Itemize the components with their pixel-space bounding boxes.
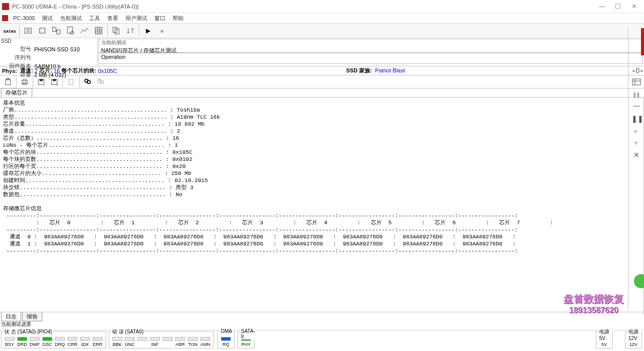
maximize-button[interactable]: ☐ <box>610 2 626 12</box>
led-idx: IDX <box>79 337 91 347</box>
power12v-group: 电源 12V 12V <box>625 331 642 348</box>
tools-icon[interactable]: ✕ <box>631 151 641 161</box>
dma-group: DMA RQ <box>217 331 234 348</box>
play-button[interactable]: ▶ <box>141 24 154 37</box>
led-ton: TON <box>187 337 199 347</box>
status-group: 状 态 (SATA0)-[PIO4] BSYDRDDWFDSCDRQCRRIDX… <box>1 331 106 348</box>
sata0-button[interactable]: SATA0 <box>2 24 17 37</box>
svg-rect-27 <box>69 79 73 84</box>
svg-rect-32 <box>632 79 640 85</box>
menu-view[interactable]: 查看 <box>104 14 121 23</box>
menu-help[interactable]: 帮助 <box>170 14 187 23</box>
led-unc: UNC <box>124 337 136 347</box>
info-row: SSD 型号PHISON SSD S10 序列号 固件版本SABM10.b 容量… <box>0 38 644 66</box>
menubar: PC-3000 测试 当前测试 工具 查看 用户测试 窗口 帮助 <box>0 13 644 23</box>
svg-rect-2 <box>40 28 45 33</box>
float-badge[interactable] <box>634 274 644 288</box>
status-bar: 状 态 (SATA0)-[PIO4] BSYDRDDWFDSCDRQCRRIDX… <box>0 330 644 351</box>
led-bsy: BSY <box>4 337 16 347</box>
titlebar: PC-3000 UDMA-E - China - [PS SSD Utility… <box>0 0 644 13</box>
model-value: PHISON SSD S10 <box>34 45 79 53</box>
serial-value <box>34 54 79 61</box>
ssd-label: SSD <box>1 38 12 44</box>
register-icon[interactable] <box>631 78 641 89</box>
firmware-value: SABM10.b <box>34 62 79 70</box>
svg-rect-9 <box>67 27 72 34</box>
led-amn: AMN <box>199 337 211 347</box>
led-bbk: BBK <box>111 337 123 347</box>
test-info-panel: 当前的测试NAND闪存芯片 / 存储芯片测试 Operation <box>98 38 644 66</box>
phys-row: Phys: 通道: 2 芯片: 16 每个芯片的块: 0x105C SSD 家族… <box>0 66 644 75</box>
current-test-value: NAND闪存芯片 / 存储芯片测试 <box>101 47 177 53</box>
menu-current-test[interactable]: 当前测试 <box>57 14 85 23</box>
toolbar: SATA0 ▶ ■ <box>0 23 644 38</box>
tab-log[interactable]: 日志 <box>1 312 21 321</box>
led-drd: DRD <box>16 337 28 347</box>
right-arrow-icon[interactable]: ▸ <box>631 127 641 137</box>
svg-point-1 <box>27 30 30 32</box>
search-icon[interactable] <box>82 76 94 87</box>
operation-label: Operation <box>101 54 125 60</box>
drive-icon[interactable] <box>22 24 35 37</box>
power5v-group: 电源 5V 5V <box>596 331 613 348</box>
error-group: 错 误 (SATA0) BBKUNCINFABRTONAMN <box>109 331 214 348</box>
svg-rect-20 <box>22 80 27 83</box>
capacity-value: 2 MB (4 032) <box>34 71 79 78</box>
doc-flow-icon[interactable] <box>50 24 63 37</box>
svg-point-10 <box>70 31 74 35</box>
drive-info-panel: SSD 型号PHISON SSD S10 序列号 固件版本SABM10.b 容量… <box>0 38 98 66</box>
window-title: PC-3000 UDMA-E - China - [PS SSD Utility… <box>12 4 138 10</box>
led- <box>162 337 174 347</box>
svg-rect-8 <box>57 30 60 34</box>
down-arrow-icon[interactable]: ▾ <box>631 139 641 149</box>
doc-gear-icon[interactable] <box>64 24 77 37</box>
led-dsc: DSC <box>41 337 53 347</box>
menu-user-test[interactable]: 用户测试 <box>122 14 150 23</box>
led-crr: CRR <box>66 337 78 347</box>
led-abr: ABR <box>174 337 186 347</box>
svg-rect-7 <box>53 27 56 31</box>
chart-icon[interactable] <box>78 24 91 37</box>
led-err: ERR <box>92 337 104 347</box>
led-dwf: DWF <box>29 337 41 347</box>
sort-icon[interactable] <box>124 24 137 37</box>
toolbar2 <box>0 75 644 89</box>
led-inf: INF <box>149 337 161 347</box>
ssd-family-value: Patriot Blast <box>375 67 405 73</box>
app-icon <box>2 3 9 10</box>
close-button[interactable]: ✕ <box>626 2 642 12</box>
minimize-button[interactable]: — <box>594 2 610 12</box>
zero-indicator: ∘0∘ <box>631 66 641 76</box>
wave-icon[interactable]: 〰 <box>631 103 641 113</box>
grid-icon[interactable] <box>92 24 105 37</box>
tab-row: 存储芯片 <box>0 89 644 98</box>
led- <box>136 337 148 347</box>
app-icon-small <box>2 15 8 21</box>
watermark: 盘首数据恢复 18913587620 <box>564 292 624 315</box>
search-disabled-icon <box>95 76 107 87</box>
tab-chip[interactable]: 存储芯片 <box>1 88 32 97</box>
right-sidebar: ∘0∘ ⫿⫿ 〰 ❚❚ ▸ ▾ ✕ <box>628 28 644 310</box>
chip-icon[interactable] <box>36 24 49 37</box>
svg-rect-0 <box>25 28 31 33</box>
svg-rect-11 <box>95 27 102 34</box>
bottom-tabs: 日志 报告 <box>0 312 644 321</box>
red-indicator <box>641 28 644 55</box>
svg-rect-22 <box>23 82 26 84</box>
progress-label: 当前测试进度 <box>1 321 31 328</box>
pause-icon[interactable]: ❚❚ <box>631 115 641 125</box>
menu-test[interactable]: 测试 <box>39 14 56 23</box>
copy-icon[interactable] <box>110 24 123 37</box>
menu-tools[interactable]: 工具 <box>86 14 103 23</box>
signal-icon[interactable]: ⫿⫿ <box>631 91 641 101</box>
menu-app[interactable]: PC-3000 <box>10 14 38 22</box>
report-area: 基本信息 厂商.................................… <box>0 98 644 315</box>
led-rq: RQ <box>220 337 232 347</box>
tab-report[interactable]: 报告 <box>22 312 42 321</box>
stop-button[interactable]: ■ <box>155 24 169 37</box>
led-drq: DRQ <box>54 337 66 347</box>
menu-window[interactable]: 窗口 <box>151 14 169 23</box>
sata2-group: SATA-II PHY <box>237 331 255 348</box>
